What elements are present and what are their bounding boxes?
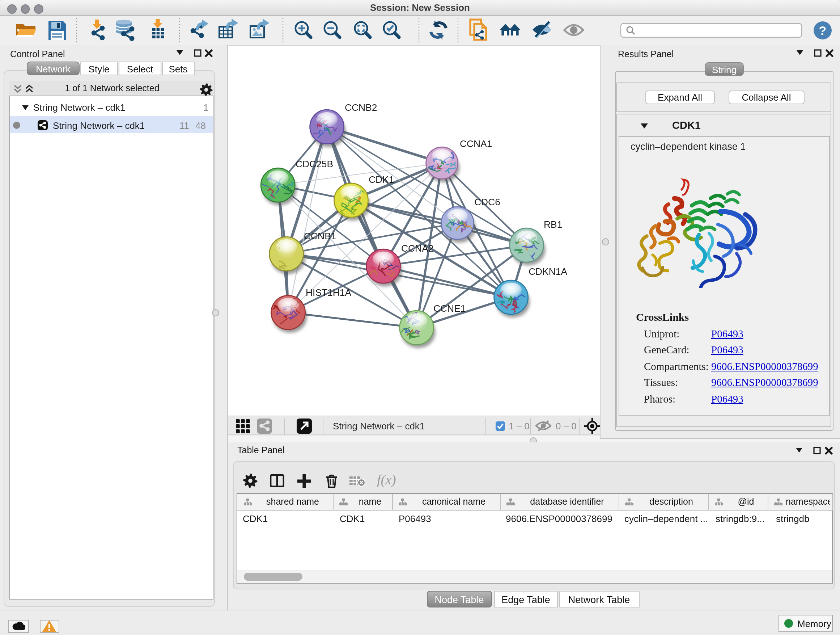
svg-text:?: ? bbox=[819, 24, 827, 37]
svg-text:CDC6: CDC6 bbox=[474, 196, 500, 207]
svg-text:CCNB2: CCNB2 bbox=[345, 102, 377, 113]
svg-text:CDC25B: CDC25B bbox=[295, 158, 333, 169]
svg-text:RB1: RB1 bbox=[544, 219, 562, 230]
svg-text:CCNB1: CCNB1 bbox=[304, 231, 336, 241]
svg-text:CDKN1A: CDKN1A bbox=[529, 266, 567, 277]
svg-text:CCNA2: CCNA2 bbox=[401, 243, 433, 254]
svg-text:CCNA1: CCNA1 bbox=[460, 138, 492, 149]
svg-text:CCNE1: CCNE1 bbox=[433, 303, 466, 314]
svg-text:HIST1H1A: HIST1H1A bbox=[306, 287, 352, 298]
svg-text:CDK1: CDK1 bbox=[369, 174, 394, 185]
